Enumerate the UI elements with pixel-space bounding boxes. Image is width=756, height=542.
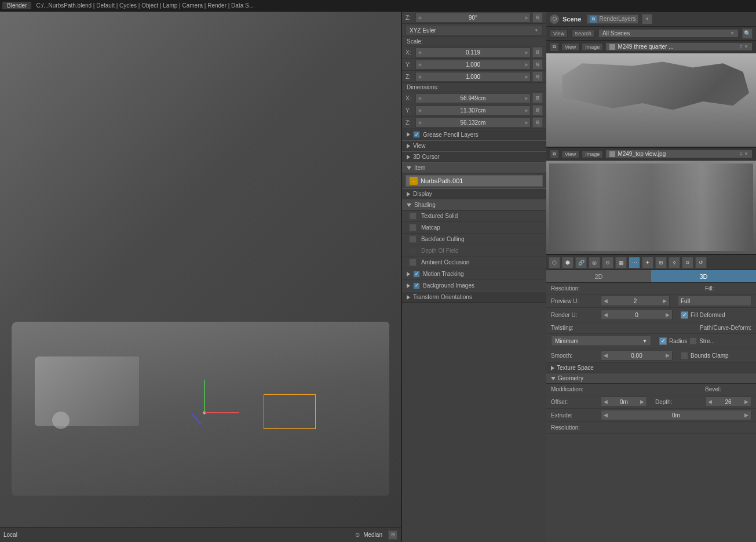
scale-x-field[interactable]: 0.119 [415, 48, 531, 57]
matcap-checkbox[interactable] [409, 224, 417, 231]
add-scene-btn[interactable]: + [642, 14, 652, 24]
extrude-row: Extrude: ◀ 0m ▶ [546, 409, 756, 422]
cursor-section[interactable]: 3D Cursor [402, 151, 546, 162]
img2-content [546, 161, 756, 254]
scale-z-field[interactable]: 1.000 [415, 72, 531, 82]
grease-pencil-checkbox[interactable] [413, 131, 420, 138]
dim-y-link[interactable]: ⛓ [532, 105, 543, 115]
icon-btn-3[interactable]: 🔗 [575, 257, 587, 268]
icon-btn-6[interactable]: ▦ [615, 257, 627, 268]
depth-inc[interactable]: ▶ [742, 399, 751, 405]
img1-nav-icon[interactable]: ⧉ [550, 42, 559, 52]
euler-dropdown[interactable]: XYZ Euler ▼ [406, 25, 543, 35]
render-layers-field[interactable]: ⧉ RenderLayers [587, 14, 638, 24]
item-section[interactable]: Item [402, 162, 546, 173]
transform-orientations-section[interactable]: Transform Orientations [402, 292, 546, 303]
dim-z-field[interactable]: 56.132cm [415, 118, 531, 128]
render-u-field[interactable]: ◀ 0 ▶ [601, 310, 673, 320]
depth-dec[interactable]: ◀ [706, 399, 714, 405]
offset-dec[interactable]: ◀ [601, 399, 610, 405]
icon-btn-1[interactable]: ⬡ [549, 257, 560, 268]
render-u-dec[interactable]: ◀ [601, 312, 610, 318]
grease-pencil-section[interactable]: Grease Pencil Layers [402, 129, 546, 140]
radius-checkbox[interactable]: ✓ [659, 337, 667, 345]
img2-view-btn[interactable]: View [561, 150, 579, 158]
smooth-field[interactable]: ◀ 0.00 ▶ [601, 350, 673, 361]
img1-image-btn[interactable]: Image [582, 43, 603, 51]
extrude-inc[interactable]: ▶ [742, 412, 751, 418]
fill-deformed-checkbox[interactable]: ✓ [681, 311, 688, 319]
img1-view-btn[interactable]: View [561, 43, 579, 51]
z-link-btn[interactable]: ⛓ [532, 12, 543, 23]
scale-y-field[interactable]: 1.000 [415, 60, 531, 70]
shading-section[interactable]: Shading [402, 199, 546, 210]
depth-field[interactable]: ◀ 26 ▶ [705, 397, 751, 407]
dim-y-field[interactable]: 11.307cm [415, 106, 531, 115]
fill-value-field[interactable]: Full [678, 296, 751, 306]
dim-x-field[interactable]: 56.949cm [415, 93, 531, 103]
textured-solid-checkbox[interactable] [409, 212, 417, 220]
preview-u-field[interactable]: ◀ 2 ▶ [601, 296, 670, 306]
geometry-section[interactable]: Geometry [546, 373, 756, 384]
twisting-dropdown[interactable]: Minimum ▼ [551, 336, 651, 346]
background-images-row[interactable]: Background Images [402, 280, 546, 292]
icon-btn-10[interactable]: ⧲ [669, 257, 680, 268]
tab-2d[interactable]: 2D [546, 270, 651, 282]
icon-btn-5[interactable]: ⊙ [602, 257, 613, 268]
scale-z-link[interactable]: ⛓ [532, 71, 543, 82]
texture-space-section[interactable]: Texture Space [546, 363, 756, 373]
stretch-checkbox[interactable] [689, 337, 697, 345]
background-images-checkbox[interactable] [413, 282, 420, 289]
z-rotation-field[interactable]: 90° [415, 13, 531, 23]
search-btn[interactable]: Search [571, 30, 595, 38]
depth-of-field-label: Depth Of Field [421, 248, 458, 254]
3d-viewport[interactable]: Local ⊙ Median ⊞ [0, 12, 401, 542]
icon-btn-11[interactable]: ⧈ [682, 257, 693, 268]
extrude-dec[interactable]: ◀ [601, 412, 610, 418]
view-section[interactable]: View [402, 140, 546, 151]
fill-deformed-label: Fill Deformed [691, 312, 725, 318]
bounds-clamp-checkbox[interactable] [681, 352, 688, 359]
dim-z-link[interactable]: ⛓ [532, 117, 543, 128]
icon-btn-8[interactable]: ✦ [642, 257, 653, 268]
offset-depth-row: Offset: ◀ 0m ▶ Depth: ◀ 26 ▶ [546, 395, 756, 409]
z-label: Z: [406, 14, 414, 21]
icon-btn-2[interactable]: ⬢ [562, 257, 574, 268]
background-images-expand-icon [407, 283, 410, 288]
img2-nav-icon[interactable]: ⧉ [550, 150, 559, 159]
item-name-field[interactable]: ~ NurbsPath.001 [406, 175, 543, 187]
icon-btn-7-active[interactable]: ⋯ [629, 257, 640, 268]
preview-u-dec[interactable]: ◀ [601, 298, 610, 304]
smooth-inc[interactable]: ▶ [663, 352, 672, 358]
img1-filename-field[interactable]: M249 three quarter ... F ▼ [605, 42, 753, 51]
img1-content [546, 53, 756, 147]
icon-btn-12[interactable]: ↺ [695, 257, 707, 268]
offset-field[interactable]: ◀ 0m ▶ [601, 397, 647, 407]
smooth-dec[interactable]: ◀ [601, 352, 610, 358]
img2-filename-field[interactable]: M249_top view.jpg F ▼ [605, 150, 753, 158]
extrude-field[interactable]: ◀ 0m ▶ [601, 410, 751, 420]
dim-x-link[interactable]: ⛓ [532, 93, 543, 103]
scale-x-link[interactable]: ⛓ [532, 47, 543, 57]
preview-u-inc[interactable]: ▶ [660, 298, 669, 304]
view-btn[interactable]: View [550, 30, 568, 38]
ambient-occlusion-checkbox[interactable] [409, 259, 417, 266]
motion-tracking-row[interactable]: Motion Tracking [402, 268, 546, 280]
offset-value: 0m [610, 399, 638, 405]
scale-label: Scale: [402, 37, 546, 46]
render-u-inc[interactable]: ▶ [663, 312, 672, 318]
icon-btn-4[interactable]: ◎ [589, 257, 600, 268]
geo-header-row: Modification: Bevel: [546, 384, 756, 395]
motion-tracking-checkbox[interactable] [413, 271, 420, 278]
snap-btn[interactable]: ⊞ [388, 530, 397, 540]
img2-image-btn[interactable]: Image [582, 150, 603, 158]
scale-y-row: Y: 1.000 ⛓ [402, 59, 546, 71]
icon-btn-9[interactable]: ⊞ [655, 257, 667, 268]
tab-3d[interactable]: 3D [651, 270, 756, 282]
offset-inc[interactable]: ▶ [638, 399, 647, 405]
backface-culling-checkbox[interactable] [409, 235, 417, 243]
all-scenes-dropdown[interactable]: All Scenes ▼ [598, 29, 739, 38]
display-section[interactable]: Display [402, 188, 546, 199]
search-icon[interactable]: 🔍 [742, 28, 753, 39]
scale-y-link[interactable]: ⛓ [532, 59, 543, 70]
